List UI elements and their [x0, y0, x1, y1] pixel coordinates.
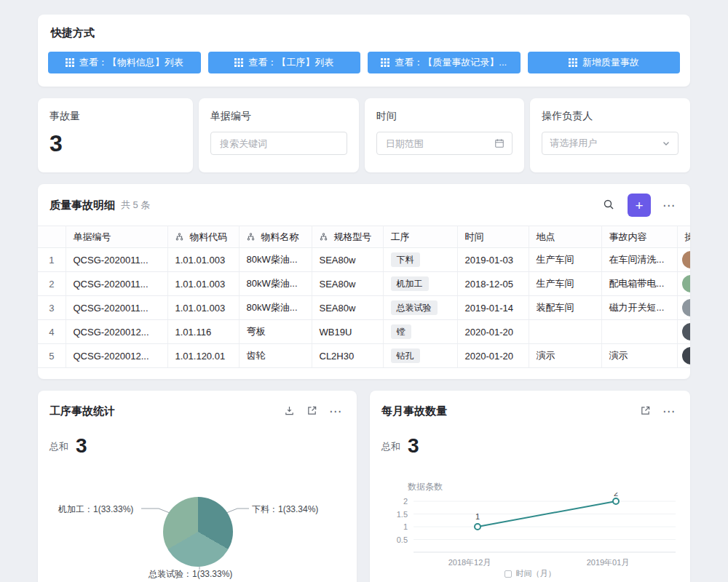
process-tag: 机加工 [391, 276, 429, 291]
table-row[interactable]: 4 QCSG-2020012... 1.01.116 弯板 WB19U 镗 20… [38, 320, 690, 344]
pie-total-label: 总和 [50, 440, 68, 456]
doc-number-input-wrap [210, 132, 347, 155]
column-header-material-code: 物料代码 [167, 226, 239, 248]
plus-icon: + [635, 199, 643, 212]
pie-chart-area: 机加工：1(33.33%) 下料：1(33.34%) 总装试验：1(33.33%… [38, 485, 357, 582]
cell-owner [677, 320, 690, 344]
cell-spec: SEA80w [312, 248, 383, 272]
process-tag: 镗 [391, 324, 411, 339]
cell-time: 2019-01-03 [457, 248, 529, 272]
export-button[interactable] [281, 402, 298, 421]
cell-place: 生产车间 [529, 272, 601, 296]
cell-doc-number: QCSG-2020012... [66, 320, 167, 344]
pie-more-button[interactable]: ⋯ [326, 401, 345, 422]
svg-text:1.5: 1.5 [397, 510, 408, 519]
date-range-input-wrap [376, 132, 513, 155]
avatar [682, 299, 691, 316]
table-row[interactable]: 3 QCSG-2020011... 1.01.01.003 80kW柴油... … [38, 296, 690, 320]
svg-text:2018年12月: 2018年12月 [448, 558, 491, 567]
cell-content: 演示 [601, 344, 677, 368]
column-header-time: 时间 [457, 226, 529, 248]
line-more-button[interactable]: ⋯ [660, 401, 678, 422]
cell-process: 钻孔 [383, 344, 457, 368]
cell-material-name: 80kW柴油... [239, 272, 312, 296]
shortcut-label: 查看：【物料信息】列表 [79, 56, 183, 69]
cell-process: 机加工 [383, 272, 457, 296]
shortcut-label: 新增质量事故 [582, 56, 639, 69]
cell-owner [677, 272, 690, 296]
shortcuts-card: 快捷方式 查看：【物料信息】列表 查看：【工序】列表 [38, 15, 690, 87]
cell-doc-number: QCSG-2020012... [66, 344, 167, 368]
svg-text:2: 2 [403, 497, 408, 506]
column-header-owner: 操作负责人 [677, 226, 690, 248]
cell-process: 镗 [383, 320, 457, 344]
table-more-button[interactable]: ⋯ [660, 195, 678, 216]
more-icon: ⋯ [329, 404, 342, 419]
pie-total-value: 3 [76, 436, 87, 456]
cell-process: 总装试验 [383, 296, 457, 320]
table-row[interactable]: 5 QCSG-2020012... 1.01.120.01 齿轮 CL2H30 … [38, 344, 690, 368]
cell-place: 演示 [529, 344, 601, 368]
cell-spec: WB19U [312, 320, 383, 344]
cell-time: 2018-12-05 [457, 272, 529, 296]
expand-button[interactable] [637, 402, 654, 421]
cell-owner [677, 248, 690, 272]
pie-label-blanking: 下料：1(33.34%) [252, 503, 318, 516]
cell-material-name: 弯板 [239, 320, 312, 344]
shortcut-view-process-list-button[interactable]: 查看：【工序】列表 [208, 52, 361, 73]
tree-icon [175, 232, 183, 243]
pie-chart-title: 工序事故统计 [50, 404, 281, 418]
grid-icon [381, 58, 389, 67]
cell-material-name: 80kW柴油... [239, 248, 312, 272]
time-filter-card: 时间 [365, 98, 525, 172]
shortcut-label: 查看：【质量事故记录】... [395, 56, 507, 69]
data-point-marker[interactable] [613, 498, 619, 504]
cell-process: 下料 [383, 248, 457, 272]
column-header-index [38, 226, 66, 248]
column-header-process: 工序 [383, 226, 457, 248]
doc-number-search-input[interactable] [218, 137, 339, 150]
date-range-input[interactable] [384, 137, 495, 150]
grid-icon [66, 58, 74, 67]
tree-icon [247, 232, 255, 243]
cell-content [601, 320, 677, 344]
table-scroll-area[interactable]: 单据编号 物料代码 物料名称 规格型号 [38, 226, 690, 368]
avatar [682, 323, 691, 340]
table-row[interactable]: 1 QCSG-2020011... 1.01.01.003 80kW柴油... … [38, 248, 690, 272]
monthly-accident-count-card: 每月事故数量 ⋯ 总和 3 [370, 391, 690, 582]
shortcut-view-quality-records-button[interactable]: 查看：【质量事故记录】... [368, 52, 521, 73]
gridlines [414, 501, 676, 552]
time-label: 时间 [376, 110, 513, 123]
filter-row: 事故量 3 单据编号 时间 操作负责人 [38, 98, 690, 172]
cell-material-code: 1.01.01.003 [167, 296, 239, 320]
cell-doc-number: QCSG-2020011... [66, 248, 167, 272]
cell-material-name: 齿轮 [239, 344, 312, 368]
shortcut-buttons: 查看：【物料信息】列表 查看：【工序】列表 查看：【质量事故记录】... [48, 52, 680, 73]
data-point-marker[interactable] [475, 524, 480, 530]
pie-total: 总和 3 [50, 436, 87, 456]
avatar [682, 275, 691, 292]
shortcut-view-material-list-button[interactable]: 查看：【物料信息】列表 [48, 52, 201, 73]
pie-chart[interactable] [163, 497, 233, 567]
add-record-button[interactable]: + [628, 194, 651, 217]
column-header-place: 地点 [529, 226, 601, 248]
table-row[interactable]: 2 QCSG-2020011... 1.01.01.003 80kW柴油... … [38, 272, 690, 296]
table-card-header: 质量事故明细 共 5 条 + ⋯ [38, 184, 690, 226]
cell-time: 2020-01-20 [457, 320, 529, 344]
column-header-content: 事故内容 [601, 226, 677, 248]
avatar [682, 251, 691, 268]
line-chart-title: 每月事故数量 [381, 404, 637, 418]
doc-number-label: 单据编号 [210, 110, 347, 123]
table-record-count: 共 5 条 [121, 199, 150, 212]
cell-doc-number: QCSG-2020011... [66, 296, 167, 320]
line-total: 总和 3 [381, 436, 419, 456]
cell-place: 生产车间 [529, 248, 601, 272]
cell-material-code: 1.01.01.003 [167, 248, 239, 272]
search-button[interactable] [600, 196, 617, 215]
row-index: 5 [38, 344, 66, 368]
operator-select[interactable]: 请选择用户 [542, 132, 678, 155]
expand-button[interactable] [304, 402, 320, 421]
avatar [682, 347, 691, 364]
shortcut-add-quality-accident-button[interactable]: 新增质量事故 [528, 52, 681, 73]
calendar-icon[interactable] [494, 138, 505, 148]
